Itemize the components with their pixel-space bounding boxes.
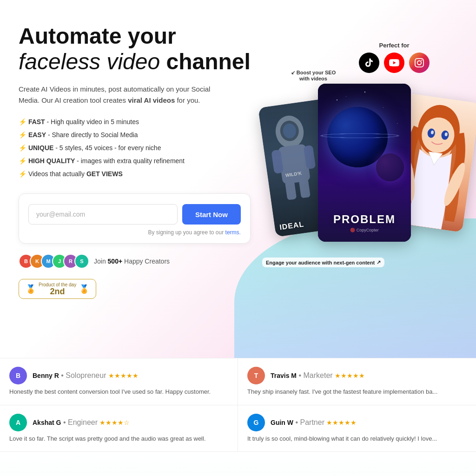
review-text-3: Love it so far. The script was pretty go… [9, 434, 228, 443]
hero-description: Create AI Videos in minutes, post automa… [19, 84, 232, 106]
review-card-3: A Akshat G • Engineer ★★★★☆ Love it so f… [0, 405, 238, 452]
social-proof-text: Join 500+ Happy Creators [94, 258, 170, 265]
callout-seo: ↙ Boost your SEO with videos [285, 70, 341, 81]
reviews-section: B Benny R • Solopreneur ★★★★★ Honestly t… [0, 358, 476, 452]
social-icons-row [359, 53, 430, 73]
card-watermark: 🔴 CopyCopter [333, 228, 396, 232]
cards-wrapper: ↙ Boost your SEO with videos [258, 74, 476, 274]
card-problem: PROBLEM 🔴 CopyCopter [318, 84, 411, 242]
reviewer-avatar-3: A [9, 414, 27, 431]
features-list: FAST - High quality video in 5 minutes E… [19, 115, 251, 180]
hero-section: Automate your faceless video channel Cre… [0, 0, 476, 358]
reviewer-name-1: Benny R • Solopreneur ★★★★★ [33, 371, 139, 380]
laurel-left-icon: 🏅 [26, 284, 36, 294]
avatar-6: S [74, 254, 89, 269]
card-problem-label: PROBLEM [333, 213, 396, 226]
reviewer-avatar-4: G [247, 414, 265, 431]
product-badge: 🏅 Product of the day 2nd 🏅 [19, 279, 96, 299]
review-text-4: It truly is so cool, mind-blowing what i… [247, 434, 467, 443]
feature-unique: UNIQUE - 5 styles, 45 voices - for every… [19, 141, 251, 154]
use-cases-section: Use Cases Create unique faceless videos … [0, 452, 476, 476]
reviewer-name-2: Travis M • Marketer ★★★★★ [271, 371, 365, 380]
youtube-icon[interactable] [384, 53, 404, 73]
reviewer-name-4: Guin W • Partner ★★★★★ [271, 418, 357, 427]
reviewer-header-2: T Travis M • Marketer ★★★★★ [247, 367, 467, 384]
reviewer-avatar-2: T [247, 367, 265, 384]
card-ideal-label: IDEAL [279, 220, 304, 231]
reviews-grid: B Benny R • Solopreneur ★★★★★ Honestly t… [0, 358, 476, 452]
feature-easy: EASY - Share directly to Social Media [19, 128, 251, 141]
signup-row: Start Now [28, 204, 241, 225]
reviewer-header-4: G Guin W • Partner ★★★★★ [247, 414, 467, 431]
reviewer-avatar-1: B [9, 367, 27, 384]
social-proof: B K M J R S Join 500+ Happy Creators [19, 254, 251, 269]
signup-box: Start Now By signing up you agree to our… [19, 193, 251, 244]
review-text-1: Honestly the best content conversion too… [9, 387, 228, 397]
review-card-4: G Guin W • Partner ★★★★★ It truly is so … [238, 405, 476, 452]
feature-views: Videos that actually GET VIEWS [19, 167, 251, 180]
tiktok-icon[interactable] [359, 53, 379, 73]
callout-engage: Engage your audience with next-gen conte… [262, 258, 384, 267]
review-card-2: T Travis M • Marketer ★★★★★ They ship in… [238, 358, 476, 405]
feature-fast: FAST - High quality video in 5 minutes [19, 115, 251, 128]
perfect-for-section: Perfect for [359, 42, 430, 73]
hero-title: Automate your faceless video channel [19, 23, 251, 74]
reviewer-header-3: A Akshat G • Engineer ★★★★☆ [9, 414, 228, 431]
perfect-for-label: Perfect for [359, 42, 430, 49]
badge-content: Product of the day 2nd [39, 282, 76, 296]
review-card-1: B Benny R • Solopreneur ★★★★★ Honestly t… [0, 358, 238, 405]
laurel-right-icon: 🏅 [79, 284, 89, 294]
review-text-2: They ship insanely fast. I've got the fa… [247, 387, 467, 397]
email-input[interactable] [28, 204, 178, 225]
hero-left-content: Automate your faceless video channel Cre… [19, 14, 251, 330]
instagram-icon[interactable] [409, 53, 430, 73]
feature-quality: HIGH QUALITY - images with extra quality… [19, 154, 251, 167]
avatar-stack: B K M J R S [19, 254, 89, 269]
cards-visual: ↙ Boost your SEO with videos [258, 74, 476, 274]
reviewer-header-1: B Benny R • Solopreneur ★★★★★ [9, 367, 228, 384]
terms-text: By signing up you agree to our terms. [28, 229, 241, 236]
svg-rect-4 [285, 180, 297, 200]
svg-rect-5 [299, 178, 311, 198]
reviewer-name-3: Akshat G • Engineer ★★★★☆ [33, 418, 130, 427]
